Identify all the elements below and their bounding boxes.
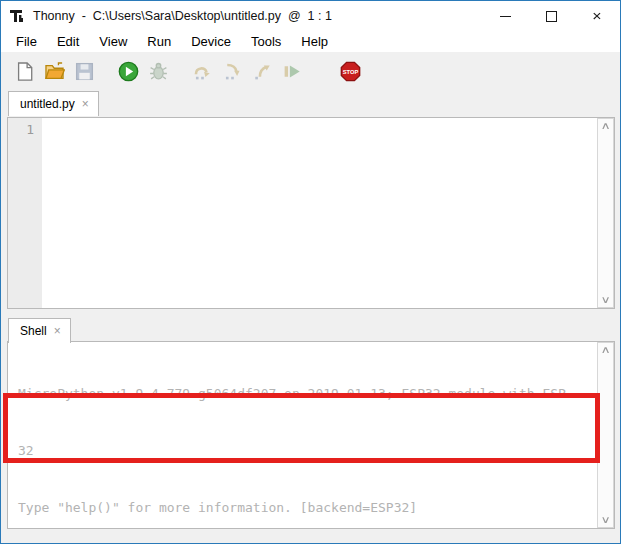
editor-tab-label: untitled.py: [20, 97, 75, 111]
menu-bar: File Edit View Run Device Tools Help: [1, 31, 620, 52]
step-over-icon: [192, 61, 213, 82]
open-folder-icon: [44, 61, 65, 82]
editor-tab-close-icon[interactable]: ×: [82, 98, 89, 110]
debug-bug-icon: [148, 61, 169, 82]
thonny-logo-icon: [9, 8, 26, 25]
run-script-button[interactable]: [115, 58, 141, 84]
tab-shell[interactable]: Shell ×: [8, 318, 71, 343]
step-over-button: [189, 58, 215, 84]
save-icon: [74, 61, 95, 82]
step-out-icon: [252, 61, 273, 82]
step-out-button: [249, 58, 275, 84]
shell-panel: MicroPython v1.9.4-779-g5064df207 on 201…: [7, 341, 615, 529]
menu-help[interactable]: Help: [291, 32, 338, 51]
shell-banner-line: Type "help()" for more information. [bac…: [18, 498, 597, 517]
step-into-button: [219, 58, 245, 84]
shell-banner-line: 32: [18, 441, 597, 460]
window-title: Thonny - C:\Users\Sara\Desktop\untitled.…: [33, 9, 332, 23]
menu-run[interactable]: Run: [137, 32, 181, 51]
shell-banner-line: MicroPython v1.9.4-779-g5064df207 on 201…: [18, 384, 597, 403]
shell-output[interactable]: MicroPython v1.9.4-779-g5064df207 on 201…: [8, 342, 597, 528]
scroll-up-icon[interactable]: ∧: [600, 345, 610, 355]
close-button[interactable]: ×: [574, 1, 620, 31]
menu-view[interactable]: View: [89, 32, 137, 51]
menu-tools[interactable]: Tools: [241, 32, 291, 51]
maximize-icon: [546, 11, 557, 22]
title-bar[interactable]: Thonny - C:\Users\Sara\Desktop\untitled.…: [1, 1, 620, 31]
thonny-window: Thonny - C:\Users\Sara\Desktop\untitled.…: [0, 0, 621, 544]
menu-file[interactable]: File: [6, 32, 47, 51]
editor-scrollbar[interactable]: ∧ ∨: [597, 118, 614, 308]
scroll-down-icon[interactable]: ∨: [600, 515, 610, 525]
stop-sign-icon: STOP: [340, 61, 361, 82]
resume-icon: [282, 61, 303, 82]
open-file-button[interactable]: [41, 58, 67, 84]
editor-panel: 1 ∧ ∨: [7, 117, 615, 309]
debug-script-button: [145, 58, 171, 84]
shell-tab-label: Shell: [20, 324, 47, 338]
editor-tab-row: untitled.py ×: [8, 91, 99, 117]
menu-device[interactable]: Device: [181, 32, 241, 51]
resume-button: [279, 58, 305, 84]
save-file-button: [71, 58, 97, 84]
line-number-gutter: 1: [8, 118, 42, 308]
menu-edit[interactable]: Edit: [47, 32, 89, 51]
shell-tab-row: Shell ×: [8, 318, 71, 342]
run-icon: [118, 61, 139, 82]
new-file-button[interactable]: [11, 58, 37, 84]
toolbar: STOP: [1, 52, 620, 90]
stop-button[interactable]: STOP: [337, 58, 363, 84]
minimize-button[interactable]: [482, 1, 528, 31]
maximize-button[interactable]: [528, 1, 574, 31]
close-icon: ×: [592, 8, 601, 23]
new-file-icon: [14, 61, 35, 82]
step-into-icon: [222, 61, 243, 82]
scroll-up-icon[interactable]: ∧: [600, 121, 610, 131]
shell-scrollbar[interactable]: ∧ ∨: [597, 342, 614, 528]
svg-text:STOP: STOP: [342, 69, 358, 75]
editor-text-area[interactable]: [42, 118, 597, 308]
scroll-down-icon[interactable]: ∨: [600, 295, 610, 305]
shell-tab-close-icon[interactable]: ×: [54, 325, 61, 337]
line-number: 1: [8, 122, 34, 137]
minimize-icon: [500, 16, 511, 17]
tab-untitled-py[interactable]: untitled.py ×: [8, 91, 99, 116]
